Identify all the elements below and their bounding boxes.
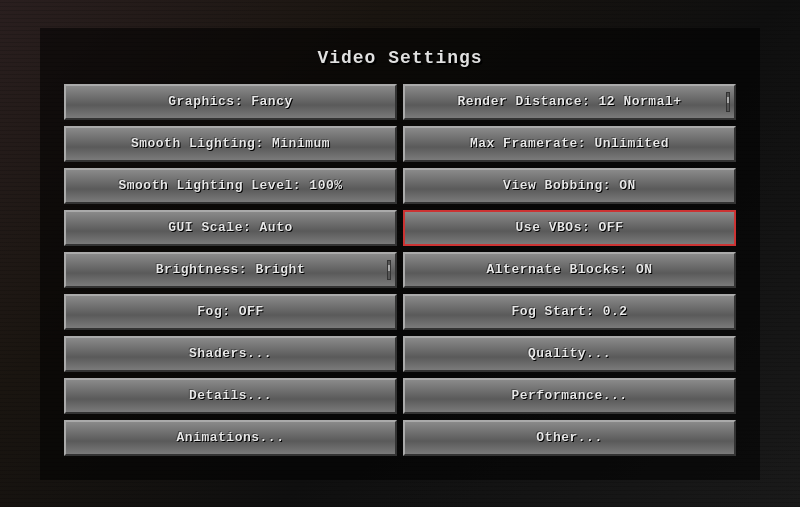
fog-start-button[interactable]: Fog Start: 0.2 [403, 294, 736, 330]
view-bobbing-button[interactable]: View Bobbing: ON [403, 168, 736, 204]
details-button[interactable]: Details... [64, 378, 397, 414]
fog-button[interactable]: Fog: OFF [64, 294, 397, 330]
use-vbos-button[interactable]: Use VBOs: OFF [403, 210, 736, 246]
brightness-button[interactable]: Brightness: Bright [64, 252, 397, 288]
smooth-lighting-level-button[interactable]: Smooth Lighting Level: 100% [64, 168, 397, 204]
graphics-button[interactable]: Graphics: Fancy [64, 84, 397, 120]
alternate-blocks-button[interactable]: Alternate Blocks: ON [403, 252, 736, 288]
render-distance-scrollbar[interactable] [726, 92, 730, 112]
shaders-button[interactable]: Shaders... [64, 336, 397, 372]
brightness-scrollbar[interactable] [387, 260, 391, 280]
performance-button[interactable]: Performance... [403, 378, 736, 414]
max-framerate-button[interactable]: Max Framerate: Unlimited [403, 126, 736, 162]
smooth-lighting-button[interactable]: Smooth Lighting: Minimum [64, 126, 397, 162]
panel-title: Video Settings [64, 48, 736, 68]
other-button[interactable]: Other... [403, 420, 736, 456]
render-distance-button[interactable]: Render Distance: 12 Normal+ [403, 84, 736, 120]
video-settings-panel: Video Settings Graphics: FancyRender Dis… [40, 28, 760, 480]
settings-grid: Graphics: FancyRender Distance: 12 Norma… [64, 84, 736, 456]
quality-button[interactable]: Quality... [403, 336, 736, 372]
gui-scale-button[interactable]: GUI Scale: Auto [64, 210, 397, 246]
animations-button[interactable]: Animations... [64, 420, 397, 456]
